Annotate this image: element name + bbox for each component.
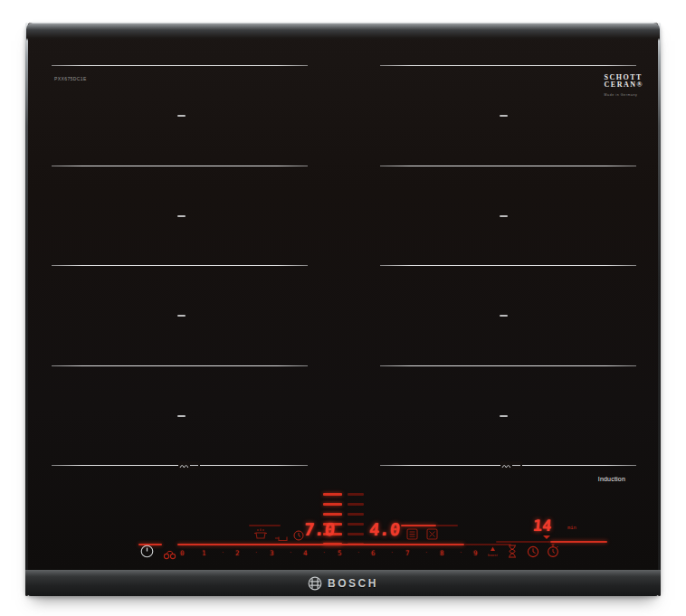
right-zone-power-display: 4.0	[368, 519, 401, 539]
slider-separator: ·	[221, 549, 224, 556]
model-code: PXX675DC1E	[54, 76, 87, 81]
right-zone-select-line-dim	[436, 525, 458, 526]
zone-line	[380, 166, 636, 166]
kitchen-timer-icon[interactable]	[527, 545, 539, 562]
left-zone-power-display: 7.0	[303, 519, 336, 539]
zone-marker-dash	[500, 215, 508, 217]
timer-display: 14	[532, 516, 552, 535]
slider-separator: ·	[459, 549, 462, 556]
zone-marker-dash	[177, 215, 186, 217]
griddle-button[interactable]	[406, 527, 418, 544]
pan-symbol-icon	[500, 461, 522, 469]
zone-line	[52, 166, 308, 166]
zone-marker-dash	[177, 115, 186, 117]
induction-hob: PXX675DC1E SCHOTT CERAN® Made in Germany…	[25, 23, 661, 596]
hourglass-icon[interactable]	[507, 545, 518, 562]
slider-level-9[interactable]: 9	[473, 549, 478, 557]
timer-track-dim	[496, 541, 550, 543]
flex-zone-level-bars-right	[348, 493, 364, 545]
schott-ceran-line2: CERAN®	[605, 81, 643, 89]
induction-label: Induction	[598, 476, 625, 482]
pot-icon	[253, 526, 268, 543]
slider-level-3[interactable]: 3	[270, 549, 274, 557]
zone-line	[52, 65, 308, 66]
slider-separator: ·	[357, 549, 360, 556]
ceramic-glass-surface: PXX675DC1E SCHOTT CERAN® Made in Germany…	[28, 28, 658, 570]
zone-line	[380, 365, 636, 366]
slider-level-2[interactable]: 2	[235, 549, 240, 557]
boost-label: boost	[488, 553, 498, 557]
slider-level-6[interactable]: 6	[371, 549, 376, 557]
zone-marker-dash	[500, 115, 508, 117]
boost-icon	[490, 546, 496, 552]
roaster-button[interactable]	[426, 527, 438, 544]
right-steel-edge	[658, 23, 661, 596]
slider-separator: ·	[322, 549, 326, 556]
schott-ceran-subline: Made in Germany	[605, 91, 643, 99]
top-steel-bevel	[26, 23, 660, 41]
slider-level-1[interactable]: 1	[202, 549, 206, 557]
brand-wordmark: BOSCH	[328, 577, 378, 590]
product-photo: PXX675DC1E SCHOTT CERAN® Made in Germany…	[0, 0, 686, 616]
zone-marker-dash	[177, 415, 186, 417]
schott-ceran-logo: SCHOTT CERAN® Made in Germany	[605, 74, 643, 99]
slider-level-7[interactable]: 7	[405, 549, 410, 557]
slider-separator: ·	[254, 549, 258, 556]
zone-marker-dash	[500, 415, 508, 417]
stopwatch-icon[interactable]	[547, 544, 559, 562]
timer-pointer-icon	[543, 535, 550, 539]
bosch-logo-icon	[308, 576, 322, 591]
zone-line	[52, 265, 308, 266]
slider-level-4[interactable]: 4	[303, 549, 308, 557]
zone-marker-dash	[177, 315, 186, 317]
right-zone-select-line	[401, 525, 436, 526]
zone-line	[380, 65, 636, 66]
power-icon[interactable]	[140, 545, 154, 562]
slider-level-0[interactable]: 0	[180, 549, 185, 557]
timer-track-bright[interactable]	[550, 541, 607, 543]
clock-icon	[293, 528, 304, 545]
timer-unit-label: min	[567, 525, 576, 530]
zone-line	[380, 265, 636, 266]
front-trim: BOSCH	[25, 570, 661, 596]
boost-button[interactable]: boost	[488, 546, 498, 557]
zone-marker-dash	[500, 315, 508, 317]
zone-line	[52, 365, 308, 366]
child-lock-icon[interactable]	[163, 547, 177, 564]
slider-separator: ·	[289, 549, 292, 556]
slider-separator: ·	[424, 549, 428, 556]
power-slider-track-dim[interactable]	[464, 544, 511, 545]
slider-level-5[interactable]: 5	[338, 549, 342, 557]
power-slider-track[interactable]	[177, 544, 464, 545]
slider-level-8[interactable]: 8	[440, 549, 444, 557]
slider-separator: ·	[390, 549, 394, 556]
pan-symbol-icon	[178, 461, 200, 469]
